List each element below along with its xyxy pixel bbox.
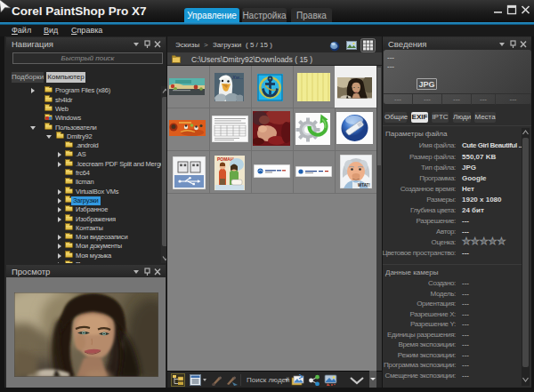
- svg-text:Хм...: Хм...: [231, 75, 244, 80]
- svg-text:WTAT!: WTAT!: [358, 183, 370, 188]
